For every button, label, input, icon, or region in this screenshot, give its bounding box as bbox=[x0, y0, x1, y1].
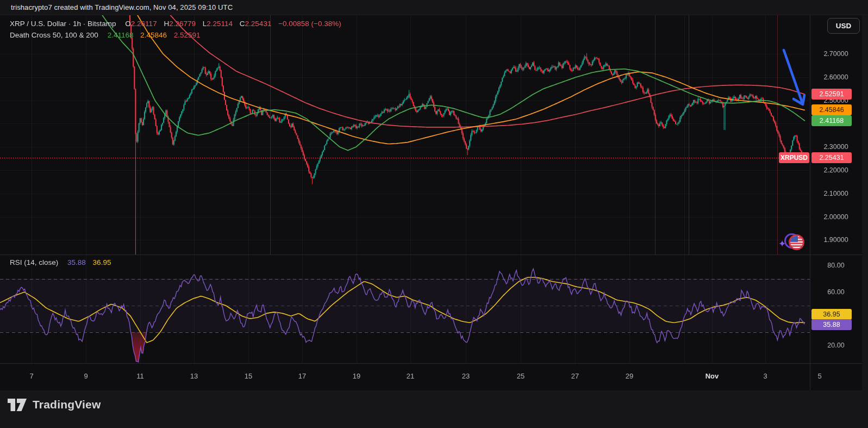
footer-bar: TradingView bbox=[0, 390, 868, 428]
time-axis-separator bbox=[0, 363, 862, 364]
time-axis-label: 11 bbox=[136, 372, 144, 380]
price-axis-label: 2.60000 bbox=[813, 73, 859, 82]
main-chart-canvas[interactable] bbox=[0, 15, 810, 255]
app-root: trishacrypto7 created with TradingView.c… bbox=[0, 0, 868, 428]
low-value: 2.25114 bbox=[207, 20, 233, 28]
time-axis-label: 21 bbox=[407, 372, 414, 380]
ma50-price-badge: 2.41168 bbox=[811, 115, 852, 126]
time-axis[interactable]: 7911131517192123252729Nov35 bbox=[0, 370, 862, 383]
indicator-title: Death Cross 50, 100 & 200 bbox=[10, 31, 98, 39]
tradingview-logo-icon bbox=[8, 399, 27, 411]
rsi-axis-label: 60.00 bbox=[813, 288, 859, 296]
open-label: O bbox=[125, 20, 131, 28]
pane-separator[interactable] bbox=[0, 255, 862, 255]
open-value: 2.26117 bbox=[131, 20, 157, 28]
rsi-ma-value: 36.95 bbox=[93, 258, 111, 266]
time-axis-label: 27 bbox=[571, 372, 579, 380]
watermark-bar: trishacrypto7 created with TradingView.c… bbox=[0, 0, 868, 15]
rsi-ma-badge: 36.95 bbox=[811, 309, 852, 320]
time-axis-label: 9 bbox=[84, 372, 88, 380]
price-axis-label: 1.90000 bbox=[813, 236, 859, 244]
price-axis-separator bbox=[810, 15, 810, 390]
ma50-value: 2.41168 bbox=[108, 31, 134, 39]
time-axis-label: 19 bbox=[353, 372, 360, 380]
time-axis-label: 29 bbox=[626, 372, 633, 380]
currency-button[interactable]: USD bbox=[827, 18, 860, 34]
ma100-price-badge: 2.45846 bbox=[811, 104, 852, 115]
chart-widget: XRP / U.S. Dollar · 1h · Bitstamp O2.261… bbox=[0, 15, 862, 390]
symbol-title: XRP / U.S. Dollar · 1h · Bitstamp bbox=[10, 20, 116, 28]
time-axis-label: 25 bbox=[517, 372, 524, 380]
price-axis-label: 2.10000 bbox=[813, 190, 859, 198]
price-axis-label: 2.00000 bbox=[813, 213, 859, 221]
price-axis-label: 2.20000 bbox=[813, 166, 859, 175]
symbol-price-badge: XRPUSD bbox=[779, 152, 809, 163]
last-price-badge: 2.25431 bbox=[811, 152, 852, 163]
watermark-text: trishacrypto7 created with TradingView.c… bbox=[11, 3, 233, 11]
time-axis-label: 3 bbox=[763, 372, 767, 380]
rsi-title: RSI (14, close) bbox=[10, 258, 58, 266]
price-axis-label: 2.70000 bbox=[813, 50, 859, 58]
close-value: 2.25431 bbox=[245, 20, 272, 28]
rsi-pane-canvas[interactable] bbox=[0, 255, 810, 363]
tradingview-logo[interactable]: TradingView bbox=[8, 398, 101, 411]
time-axis-label: 5 bbox=[817, 372, 821, 380]
ma200-price-badge: 2.52591 bbox=[811, 89, 852, 100]
time-axis-label: 15 bbox=[245, 372, 252, 380]
rsi-value: 35.88 bbox=[67, 258, 86, 266]
time-axis-label: 23 bbox=[462, 372, 470, 380]
time-axis-label: 17 bbox=[298, 372, 306, 380]
us-flag-emoji-sticker[interactable] bbox=[789, 234, 804, 250]
ma100-value: 2.45846 bbox=[140, 31, 167, 39]
high-label: H bbox=[164, 20, 169, 28]
time-axis-label: Nov bbox=[705, 372, 719, 380]
change-value: −0.00858 (−0.38%) bbox=[278, 20, 341, 28]
tradingview-wordmark: TradingView bbox=[33, 398, 101, 411]
time-axis-label: 7 bbox=[29, 372, 33, 380]
symbol-legend-row[interactable]: XRP / U.S. Dollar · 1h · Bitstamp O2.261… bbox=[10, 20, 341, 28]
ma200-value: 2.52591 bbox=[174, 31, 201, 39]
flag-canton bbox=[790, 236, 798, 242]
price-axis-label: 2.30000 bbox=[813, 143, 859, 151]
time-axis-label: 13 bbox=[190, 372, 198, 380]
close-label: C bbox=[240, 20, 245, 28]
high-value: 2.26779 bbox=[169, 20, 196, 28]
indicator-legend-row[interactable]: Death Cross 50, 100 & 200 2.41168 2.4584… bbox=[10, 31, 201, 39]
rsi-legend-row[interactable]: RSI (14, close) 35.88 36.95 bbox=[10, 258, 111, 266]
rsi-value-badge: 35.88 bbox=[811, 319, 852, 330]
rsi-axis-label: 80.00 bbox=[813, 262, 859, 270]
rsi-axis-label: 20.00 bbox=[813, 342, 859, 350]
